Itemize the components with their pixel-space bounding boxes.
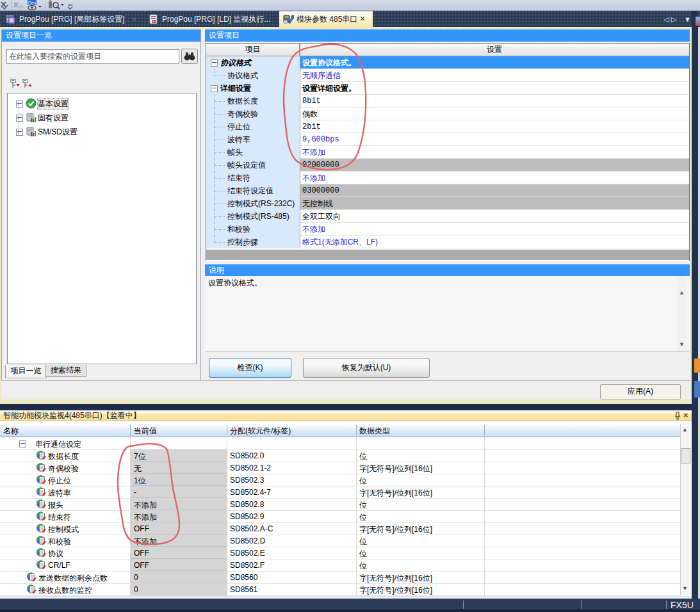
svg-text:Dev: Dev: [28, 1, 37, 5]
